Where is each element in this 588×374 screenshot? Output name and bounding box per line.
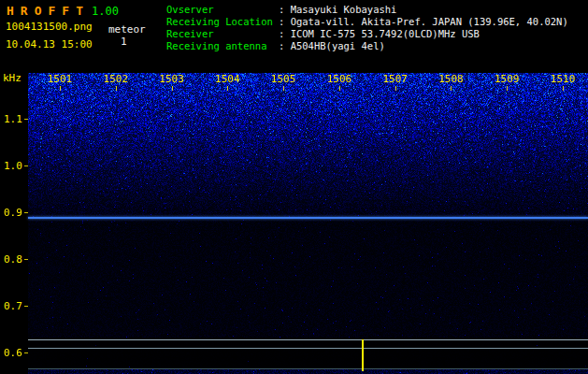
freq-tick-mark xyxy=(24,119,28,120)
freq-axis-unit-label: kHz xyxy=(3,72,22,84)
station-info-row: Receiving Location: Ogata-vill. Akita-Pr… xyxy=(166,16,568,28)
time-tick-label: 1509 xyxy=(495,74,520,84)
station-info-row: Receiver: ICOM IC-575 53.7492(0LCD)MHz U… xyxy=(166,28,568,40)
station-info: Ovserver: Masayuki KobayashiReceiving Lo… xyxy=(166,4,568,52)
logo-letter: T xyxy=(76,4,83,18)
logo-letter: F xyxy=(62,4,69,18)
time-tick-mark xyxy=(339,86,340,91)
freq-tick-mark xyxy=(24,306,28,307)
time-tick-mark xyxy=(60,86,61,91)
time-tick-label: 1505 xyxy=(271,74,296,84)
output-filename: 1004131500.png xyxy=(6,21,93,33)
freq-tick-label: 0.9 xyxy=(4,208,22,218)
meteor-count: 1 xyxy=(121,36,127,48)
freq-tick-label: 0.8 xyxy=(4,254,22,265)
logo-letter: H xyxy=(7,4,14,18)
time-tick-mark xyxy=(563,86,564,91)
station-info-row: Ovserver: Masayuki Kobayashi xyxy=(166,4,568,16)
logo-letter: R xyxy=(21,4,28,18)
time-tick-label: 1508 xyxy=(438,74,464,84)
app-title: HROFFT xyxy=(7,4,90,18)
hrofft-window: HROFFT 1.00 1004131500.png meteor 1 10.0… xyxy=(0,0,588,374)
freq-tick-label: 1.1 xyxy=(4,114,22,124)
time-tick-label: 1510 xyxy=(551,74,576,84)
freq-tick-mark xyxy=(24,259,28,260)
freq-tick-label: 0.7 xyxy=(4,301,22,311)
observation-datetime: 10.04.13 15:00 xyxy=(6,38,93,50)
logo-letter: O xyxy=(35,4,42,18)
time-tick-label: 1502 xyxy=(104,74,129,84)
freq-tick-mark xyxy=(24,212,28,213)
time-tick-label: 1501 xyxy=(48,74,73,84)
carrier-signal-line xyxy=(28,217,588,219)
info-label: Ovserver xyxy=(166,4,279,16)
info-value: : ICOM IC-575 53.7492(0LCD)MHz USB xyxy=(279,28,480,39)
spectrogram-heatmap xyxy=(28,73,588,374)
meteor-detection-marker xyxy=(362,339,364,371)
level-trace-line-upper xyxy=(28,339,588,340)
app-version: 1.00 xyxy=(92,5,119,18)
time-tick-mark xyxy=(116,86,117,91)
time-tick-mark xyxy=(451,86,452,91)
info-value: : A504HB(yagi 4el) xyxy=(279,40,385,51)
time-tick-mark xyxy=(172,86,173,91)
time-tick-label: 1503 xyxy=(159,74,184,84)
time-tick-mark xyxy=(395,86,396,91)
freq-tick-label: 0.6 xyxy=(4,348,22,358)
mode-label: meteor xyxy=(108,23,146,36)
info-label: Receiver xyxy=(166,28,279,40)
time-tick-label: 1507 xyxy=(382,74,408,84)
level-chart-baseline xyxy=(28,368,588,369)
info-value: : Masayuki Kobayashi xyxy=(279,4,396,15)
time-tick-label: 1506 xyxy=(327,74,352,84)
level-trace-line-lower xyxy=(28,348,588,349)
info-label: Receiving antenna xyxy=(166,40,279,52)
logo-letter: F xyxy=(48,4,55,18)
freq-tick-mark xyxy=(24,165,28,166)
time-tick-label: 1504 xyxy=(215,74,240,84)
time-tick-mark xyxy=(283,86,284,91)
info-value: : Ogata-vill. Akita-Pref. JAPAN (139.96E… xyxy=(279,16,568,27)
time-tick-mark xyxy=(507,86,508,91)
freq-tick-label: 1.0 xyxy=(4,161,22,171)
station-info-row: Receiving antenna: A504HB(yagi 4el) xyxy=(166,40,568,52)
info-label: Receiving Location xyxy=(166,16,279,28)
time-tick-mark xyxy=(227,86,228,91)
freq-tick-mark xyxy=(24,352,28,353)
